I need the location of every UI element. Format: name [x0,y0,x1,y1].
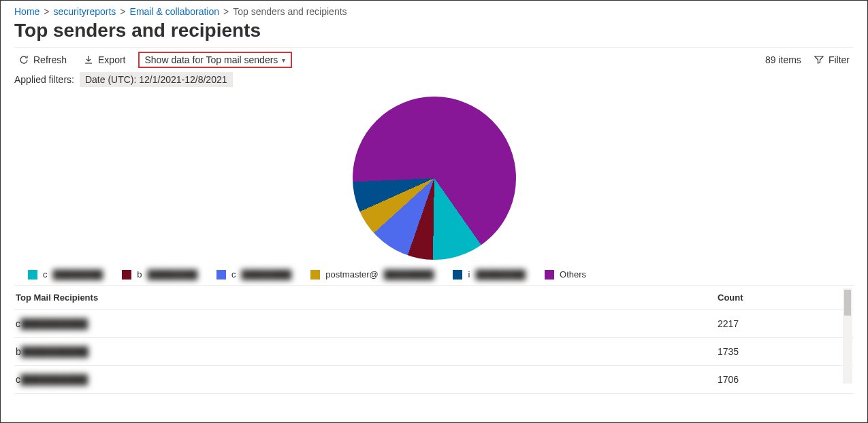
legend-label: b [137,269,142,280]
chevron-right-icon: > [223,6,229,17]
show-data-dropdown-label: Show data for Top mail senders [145,54,278,65]
chevron-right-icon: > [44,6,49,17]
legend-item[interactable]: c████████ [216,269,291,280]
breadcrumb-securityreports[interactable]: securityreports [54,6,116,17]
chevron-right-icon: > [120,6,125,17]
column-header-name[interactable]: Top Mail Recipients [14,292,718,303]
redacted-text: ████████ [475,269,526,280]
table-row[interactable]: c██████████2217 [14,310,854,338]
cell-name: b██████████ [14,346,718,357]
legend-swatch [216,270,226,280]
redacted-text: ████████ [147,269,197,280]
redacted-text: ██████████ [20,318,88,329]
refresh-button[interactable]: Refresh [14,52,71,68]
legend-label: c [43,269,48,280]
chevron-down-icon: ▾ [282,56,285,64]
legend-label: Others [560,269,586,280]
export-button[interactable]: Export [79,52,129,68]
redacted-text: ██████████ [21,346,89,357]
table-row[interactable]: c██████████1706 [14,366,854,394]
table: Top Mail Recipients Count c██████████221… [14,285,854,394]
refresh-label: Refresh [33,54,67,65]
chart-legend: c████████b████████c████████postmaster@██… [14,267,854,285]
scrollbar-thumb[interactable] [844,290,851,316]
divider [14,47,854,48]
filter-button[interactable]: Filter [809,52,854,68]
legend-swatch [453,270,462,280]
legend-item[interactable]: b████████ [122,269,197,280]
legend-swatch [310,270,320,280]
items-count: 89 items [765,54,801,65]
cell-count: 2217 [718,318,854,329]
column-header-count[interactable]: Count [718,292,854,303]
cell-name: c██████████ [14,374,718,385]
legend-swatch [545,270,554,280]
legend-item[interactable]: i████████ [453,269,526,280]
legend-item[interactable]: Others [545,269,586,280]
redacted-text: ████████ [53,269,103,280]
legend-swatch [28,270,37,280]
table-row[interactable]: b██████████1735 [14,338,854,366]
filter-icon [814,54,824,65]
redacted-text: ████████ [242,269,292,280]
redacted-text: ██████████ [20,374,88,385]
legend-label: i [468,269,470,280]
cell-name: c██████████ [14,318,718,329]
legend-swatch [122,270,131,280]
legend-item[interactable]: postmaster@████████ [310,269,434,280]
export-label: Export [98,54,125,65]
scrollbar[interactable] [843,288,852,384]
filter-label: Filter [829,54,850,65]
cell-count: 1706 [718,374,854,385]
pie-chart [14,97,854,260]
legend-label: postmaster@ [325,269,379,280]
cell-count: 1735 [718,346,854,357]
breadcrumb: Home > securityreports > Email & collabo… [14,6,854,17]
legend-label: c [231,269,236,280]
breadcrumb-home[interactable]: Home [14,6,39,17]
table-header: Top Mail Recipients Count [14,286,854,310]
show-data-dropdown[interactable]: Show data for Top mail senders ▾ [138,52,293,68]
legend-item[interactable]: c████████ [28,269,103,280]
toolbar: Refresh Export Show data for Top mail se… [14,52,854,68]
filter-chip-date[interactable]: Date (UTC): 12/1/2021-12/8/2021 [80,72,233,87]
redacted-text: ████████ [384,269,434,280]
pie-chart-graphic [353,97,516,260]
breadcrumb-current: Top senders and recipients [233,6,347,17]
page-title: Top senders and recipients [14,20,854,41]
applied-filters-label: Applied filters: [14,74,74,85]
download-icon [83,54,94,65]
refresh-icon [18,54,29,65]
breadcrumb-email-collab[interactable]: Email & collaboration [130,6,220,17]
applied-filters: Applied filters: Date (UTC): 12/1/2021-1… [14,72,854,87]
